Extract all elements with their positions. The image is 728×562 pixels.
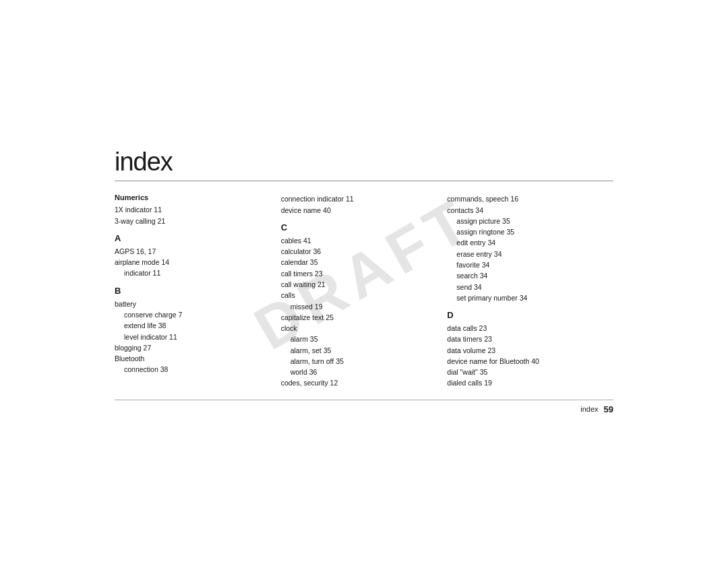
entry-alarm-off: alarm, turn off 35: [281, 356, 434, 367]
footer-page: 59: [604, 404, 613, 414]
entry-device-bt: device name for Bluetooth 40: [447, 356, 600, 367]
footer: index 59: [115, 400, 613, 414]
entry-calendar: calendar 35: [281, 257, 434, 268]
entry-call-waiting: call waiting 21: [281, 279, 434, 290]
section-numerics: Numerics: [115, 193, 268, 201]
title-rule: [115, 181, 613, 181]
section-b: B: [115, 286, 268, 296]
page: DRAFT index Numerics 1X indicator 11 3-w…: [101, 121, 627, 441]
section-d: D: [447, 310, 600, 320]
entry-1x: 1X indicator 11: [115, 204, 268, 215]
entry-bluetooth: Bluetooth: [115, 353, 268, 364]
entry-capitalize: capitalize text 25: [281, 312, 434, 323]
entry-commands: commands, speech 16: [447, 193, 600, 204]
entry-edit: edit entry 34: [447, 237, 600, 248]
entry-3way: 3-way calling 21: [115, 216, 268, 226]
entry-assign-pic: assign picture 35: [447, 216, 600, 226]
entry-call-timers: call timers 23: [281, 268, 434, 279]
entry-search: search 34: [447, 270, 600, 281]
entry-alarm: alarm 35: [281, 334, 434, 344]
page-title: index: [115, 148, 613, 177]
entry-world: world 36: [281, 367, 434, 377]
entry-favorite: favorite 34: [447, 259, 600, 270]
entry-erase: erase entry 34: [447, 249, 600, 259]
entry-indicator: indicator 11: [115, 268, 268, 278]
column-3: commands, speech 16 contacts 34 assign p…: [447, 193, 613, 388]
index-columns: Numerics 1X indicator 11 3-way calling 2…: [115, 193, 613, 388]
column-1: Numerics 1X indicator 11 3-way calling 2…: [115, 193, 281, 388]
entry-level: level indicator 11: [115, 332, 268, 342]
entry-battery: battery: [115, 299, 268, 309]
section-a: A: [115, 233, 268, 243]
entry-bt-connection: connection 38: [115, 364, 268, 375]
entry-conserve: conserve charge 7: [115, 309, 268, 320]
entry-dial-wait: dial "wait" 35: [447, 367, 600, 377]
entry-clock: clock: [281, 323, 434, 334]
entry-agps: AGPS 16, 17: [115, 246, 268, 257]
entry-dialed-calls: dialed calls 19: [447, 377, 600, 388]
entry-set-primary: set primary number 34: [447, 292, 600, 303]
entry-data-volume: data volume 23: [447, 345, 600, 356]
entry-device-name: device name 40: [281, 205, 434, 216]
entry-data-timers: data timers 23: [447, 334, 600, 344]
footer-label: index: [580, 405, 598, 413]
entry-airplane: airplane mode 14: [115, 257, 268, 268]
entry-codes: codes, security 12: [281, 377, 434, 388]
entry-alarm-set: alarm, set 35: [281, 345, 434, 356]
entry-calculator: calculator 36: [281, 246, 434, 257]
entry-cables: cables 41: [281, 235, 434, 246]
entry-extend: extend life 38: [115, 320, 268, 331]
column-2: connection indicator 11 device name 40 C…: [281, 193, 448, 388]
entry-data-calls: data calls 23: [447, 323, 600, 334]
section-c: C: [281, 222, 434, 232]
entry-calls: calls: [281, 290, 434, 301]
entry-blogging: blogging 27: [115, 342, 268, 353]
entry-conn-indicator: connection indicator 11: [281, 193, 434, 204]
entry-contacts: contacts 34: [447, 205, 600, 216]
entry-send: send 34: [447, 282, 600, 292]
entry-assign-ring: assign ringtone 35: [447, 226, 600, 237]
entry-missed: missed 19: [281, 301, 434, 312]
